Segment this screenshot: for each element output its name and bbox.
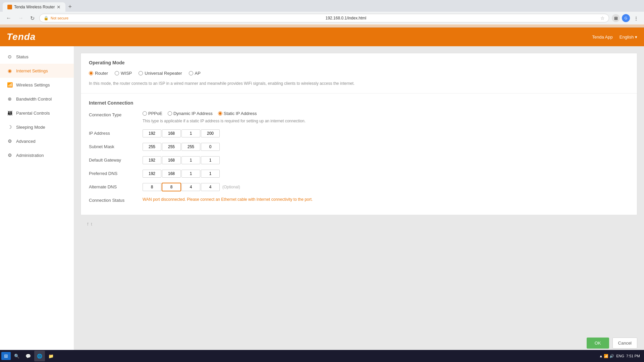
subnet-octet-4[interactable] <box>201 143 220 151</box>
connection-type-controls: PPPoE Dynamic IP Address Static IP Addre… <box>143 111 629 124</box>
taskbar-icons: 🔍 💬 🌐 📁 <box>11 351 596 359</box>
gateway-octet-4[interactable] <box>201 156 220 164</box>
browser-chrome: Tenda Wireless Router ✕ + ← → ↻ 🔒 Not se… <box>0 0 644 27</box>
url-bar[interactable]: 🔒 Not secure 192.168.0.1/index.html ☆ <box>39 14 609 22</box>
preferred-dns-octet-3[interactable] <box>181 170 200 178</box>
internet-connection-section: Internet Connection Connection Type PPPo… <box>81 94 637 215</box>
mode-universal-repeater[interactable]: Universal Repeater <box>139 71 182 76</box>
subnet-octet-2[interactable] <box>162 143 181 151</box>
main-content: ⊙ Status ◉ Internet Settings 📶 Wireless … <box>0 46 644 359</box>
new-tab-button[interactable]: + <box>65 2 74 12</box>
sidebar-item-status[interactable]: ⊙ Status <box>0 50 74 64</box>
top-navigation: Tenda Tenda App English ▾ <box>0 27 644 46</box>
ip-octet-1[interactable] <box>143 129 161 137</box>
subnet-octet-3[interactable] <box>181 143 200 151</box>
page-wrapper: Tenda Tenda App English ▾ ⊙ Status ◉ Int… <box>0 27 644 359</box>
alternate-dns-octet-3[interactable] <box>181 183 200 191</box>
alternate-dns-octet-1[interactable] <box>143 183 161 191</box>
subnet-octet-1[interactable] <box>143 143 161 151</box>
mode-router-radio[interactable] <box>89 71 93 75</box>
alternate-dns-octet-4[interactable] <box>201 183 220 191</box>
operating-mode-section: Operating Mode Router WISP Universal <box>81 53 637 94</box>
sidebar-item-bandwidth-control[interactable]: ⊗ Bandwidth Control <box>0 92 74 106</box>
ip-octet-3[interactable] <box>181 129 200 137</box>
ip-address-inputs <box>143 129 629 137</box>
sleeping-icon: ☽ <box>7 124 13 130</box>
subnet-mask-row: Subnet Mask <box>89 143 629 151</box>
forward-button[interactable]: → <box>16 14 25 22</box>
ip-octet-4[interactable] <box>201 129 220 137</box>
bookmarks-bar <box>0 24 644 27</box>
parental-icon: 👨‍👩‍👧 <box>7 110 13 116</box>
tenda-app-link[interactable]: Tenda App <box>592 35 612 40</box>
system-tray-icons: ▲ 📶 🔊 <box>599 354 614 358</box>
preferred-dns-octet-1[interactable] <box>143 170 161 178</box>
language-selector[interactable]: English ▾ <box>620 35 637 40</box>
dynamic-ip-label: Dynamic IP Address <box>173 111 213 116</box>
taskbar-search[interactable]: 🔍 <box>11 351 22 359</box>
default-gateway-controls <box>143 156 629 164</box>
tab-close-button[interactable]: ✕ <box>57 4 61 10</box>
connection-type-label: Connection Type <box>89 111 143 117</box>
mode-router[interactable]: Router <box>89 71 108 76</box>
footer-social: f t <box>80 219 637 230</box>
alternate-dns-octet-2[interactable] <box>162 183 181 191</box>
alternate-dns-controls: (Optional) <box>143 183 629 191</box>
preferred-dns-octet-4[interactable] <box>201 170 220 178</box>
mode-universal-repeater-radio[interactable] <box>139 71 143 75</box>
static-ip-label: Static IP Address <box>224 111 257 116</box>
dynamic-ip-option[interactable]: Dynamic IP Address <box>168 111 213 116</box>
dynamic-ip-radio[interactable] <box>168 111 172 116</box>
gateway-octet-1[interactable] <box>143 156 161 164</box>
tab-title: Tenda Wireless Router <box>14 5 55 9</box>
mode-ap-radio[interactable] <box>189 71 193 75</box>
active-tab[interactable]: Tenda Wireless Router ✕ <box>3 2 65 12</box>
subnet-mask-label: Subnet Mask <box>89 143 143 149</box>
mode-universal-repeater-label: Universal Repeater <box>145 71 182 76</box>
static-ip-radio[interactable] <box>218 111 222 116</box>
internet-settings-icon: ◉ <box>7 68 13 74</box>
start-button[interactable]: ⊞ <box>1 352 11 359</box>
bookmark-icon[interactable]: ☆ <box>600 15 605 21</box>
mode-wisp[interactable]: WISP <box>115 71 132 76</box>
menu-button[interactable]: ⋮ <box>632 14 640 22</box>
mode-wisp-radio[interactable] <box>115 71 119 75</box>
back-button[interactable]: ← <box>4 14 13 22</box>
gateway-octet-2[interactable] <box>162 156 181 164</box>
preferred-dns-octet-2[interactable] <box>162 170 181 178</box>
pppoe-option[interactable]: PPPoE <box>143 111 162 116</box>
taskbar-chrome[interactable]: 🌐 <box>34 351 45 359</box>
main-panel: Operating Mode Router WISP Universal <box>80 53 637 215</box>
alternate-dns-inputs: (Optional) <box>143 183 629 191</box>
windows-icon: ⊞ <box>4 353 8 359</box>
sidebar-label-wireless-settings: Wireless Settings <box>16 82 50 87</box>
facebook-icon[interactable]: f <box>87 222 88 227</box>
reload-button[interactable]: ↻ <box>28 14 37 22</box>
sidebar-label-status: Status <box>16 54 29 59</box>
sidebar-item-wireless-settings[interactable]: 📶 Wireless Settings <box>0 78 74 92</box>
ok-button[interactable]: OK <box>587 338 609 349</box>
sidebar-item-internet-settings[interactable]: ◉ Internet Settings <box>0 64 74 78</box>
sidebar-label-administration: Administration <box>16 153 44 158</box>
url-not-secure: Not secure <box>51 16 324 20</box>
mode-ap[interactable]: AP <box>189 71 201 76</box>
static-ip-option[interactable]: Static IP Address <box>218 111 257 116</box>
wireless-settings-icon: 📶 <box>7 82 13 88</box>
sidebar-item-advanced[interactable]: ⚙ Advanced <box>0 134 74 148</box>
twitter-icon[interactable]: t <box>91 222 92 227</box>
connection-type-row: Connection Type PPPoE Dynamic IP Address <box>89 111 629 124</box>
sidebar-label-advanced: Advanced <box>16 139 36 144</box>
taskbar-cortana[interactable]: 💬 <box>23 351 34 359</box>
sidebar-item-administration[interactable]: ⚙ Administration <box>0 148 74 162</box>
extensions-button[interactable]: ⊞ <box>612 14 620 22</box>
cancel-button[interactable]: Cancel <box>612 338 637 349</box>
taskbar-explorer[interactable]: 📁 <box>46 351 56 359</box>
ip-octet-2[interactable] <box>162 129 181 137</box>
preferred-dns-inputs <box>143 170 629 178</box>
profile-button[interactable]: G <box>622 14 630 22</box>
administration-icon: ⚙ <box>7 152 13 158</box>
sidebar-item-sleeping-mode[interactable]: ☽ Sleeping Mode <box>0 120 74 134</box>
pppoe-radio[interactable] <box>143 111 147 116</box>
sidebar-item-parental-controls[interactable]: 👨‍👩‍👧 Parental Controls <box>0 106 74 120</box>
gateway-octet-3[interactable] <box>181 156 200 164</box>
